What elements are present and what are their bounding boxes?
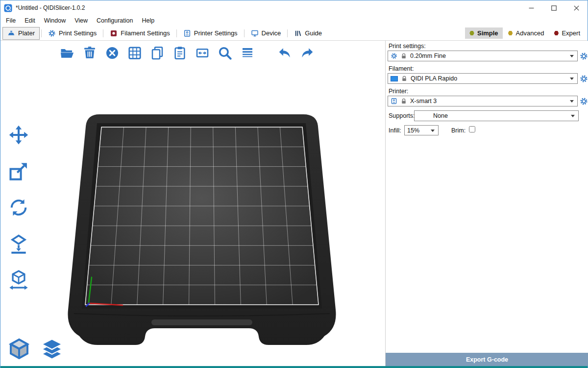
lock-icon xyxy=(401,75,408,82)
chevron-down-icon xyxy=(571,115,575,117)
maximize-icon[interactable] xyxy=(542,0,565,15)
chevron-down-icon xyxy=(570,100,574,103)
device-monitor-icon xyxy=(251,29,259,37)
filament-combo[interactable]: QIDI PLA Rapido xyxy=(388,73,578,84)
tab-plater[interactable]: Plater xyxy=(2,27,40,40)
search-icon xyxy=(218,46,232,60)
redo-button[interactable] xyxy=(297,43,317,63)
cube-3d-view-icon xyxy=(7,338,31,361)
measure-tool-button[interactable] xyxy=(6,268,31,292)
menu-help[interactable]: Help xyxy=(137,16,159,25)
tab-filament-settings[interactable]: Filament Settings xyxy=(105,27,174,40)
tab-separator xyxy=(41,29,42,37)
mode-simple[interactable]: Simple xyxy=(465,27,503,39)
export-gcode-button[interactable]: Export G-code xyxy=(386,353,588,366)
tab-print-settings[interactable]: Print Settings xyxy=(43,27,101,40)
viewport-3d[interactable] xyxy=(0,41,385,366)
menu-edit[interactable]: Edit xyxy=(20,16,40,25)
tab-guide[interactable]: Guide xyxy=(289,27,327,40)
printer-combo[interactable]: X-smart 3 xyxy=(388,96,578,106)
undo-button[interactable] xyxy=(275,43,294,63)
print-settings-gear-button[interactable] xyxy=(580,52,588,60)
redo-icon xyxy=(300,46,315,60)
view-3d-button[interactable] xyxy=(6,337,32,362)
split-icon xyxy=(195,46,210,60)
filament-gear-button[interactable] xyxy=(580,75,588,83)
infill-combo[interactable]: 15% xyxy=(404,125,439,135)
close-icon[interactable] xyxy=(565,0,588,15)
open-icon xyxy=(60,46,74,60)
preview-button[interactable] xyxy=(39,337,65,362)
scale-icon xyxy=(8,160,29,182)
tab-separator xyxy=(176,29,177,37)
app-logo-icon xyxy=(4,4,12,12)
print-settings-label: Print settings: xyxy=(389,43,426,50)
print-settings-gear-icon xyxy=(48,29,56,37)
delete-icon xyxy=(82,46,97,60)
chevron-down-icon xyxy=(431,130,435,132)
gear-icon xyxy=(580,97,588,105)
expert-mode-dot-icon xyxy=(554,31,559,36)
simple-mode-dot-icon xyxy=(469,31,474,36)
minimize-icon[interactable] xyxy=(520,0,542,15)
open-button[interactable] xyxy=(57,43,77,63)
copy-button[interactable] xyxy=(147,43,167,63)
print-settings-combo[interactable]: 0.20mm Fine xyxy=(388,51,578,61)
rotate-icon xyxy=(8,197,29,218)
search-button[interactable] xyxy=(215,43,235,63)
arrange-button[interactable] xyxy=(125,43,145,63)
supports-combo[interactable]: None xyxy=(414,110,579,121)
printer-icon xyxy=(183,29,191,37)
guide-icon xyxy=(294,29,302,37)
menu-window[interactable]: Window xyxy=(40,16,70,25)
tab-printer-settings[interactable]: Printer Settings xyxy=(178,27,243,40)
top-toolbar xyxy=(57,43,317,63)
chevron-down-icon xyxy=(570,55,574,57)
rotate-tool-button[interactable] xyxy=(6,196,31,219)
tab-separator xyxy=(287,29,288,37)
place-on-face-icon xyxy=(8,233,29,255)
delete-all-icon xyxy=(105,46,120,60)
filament-spool-icon xyxy=(110,29,118,37)
menu-configuration[interactable]: Configuration xyxy=(92,16,137,25)
gear-icon xyxy=(391,53,397,59)
scale-tool-button[interactable] xyxy=(6,159,31,183)
gear-icon xyxy=(580,75,588,83)
sidebar: Print settings: 0.20mm Fine Filament: QI… xyxy=(385,41,588,366)
filament-color-swatch xyxy=(391,76,398,81)
mode-advanced[interactable]: Advanced xyxy=(504,27,549,39)
variable-layer-height-button[interactable] xyxy=(238,43,257,63)
menu-view[interactable]: View xyxy=(70,16,92,25)
delete-button[interactable] xyxy=(80,43,99,63)
lock-icon xyxy=(400,53,407,59)
place-on-face-button[interactable] xyxy=(6,232,31,256)
tab-device[interactable]: Device xyxy=(246,27,286,40)
tabbar: Plater Print Settings Filament Settings … xyxy=(0,26,588,41)
printer-gear-button[interactable] xyxy=(580,97,588,105)
tab-separator xyxy=(103,29,103,37)
paste-button[interactable] xyxy=(170,43,190,63)
undo-icon xyxy=(277,46,292,60)
print-bed xyxy=(68,114,336,345)
printer-icon xyxy=(391,98,397,105)
mode-expert[interactable]: Expert xyxy=(549,27,585,39)
view-mode-buttons xyxy=(6,337,65,362)
infill-label: Infill: xyxy=(389,127,401,134)
paste-icon xyxy=(172,46,187,60)
menubar: File Edit Window View Configuration Help xyxy=(0,15,588,26)
measure-icon xyxy=(8,269,29,291)
brim-label: Brim: xyxy=(451,127,466,134)
move-tool-button[interactable] xyxy=(6,123,31,147)
menu-file[interactable]: File xyxy=(1,16,20,25)
split-button[interactable] xyxy=(193,43,212,63)
move-icon xyxy=(8,124,29,146)
brim-checkbox[interactable] xyxy=(469,126,475,132)
variable-layer-height-icon xyxy=(240,46,255,60)
window-title: *Untitled - QIDISlicer-1.0.2 xyxy=(16,4,85,11)
layers-preview-icon xyxy=(40,338,64,361)
print-bed-scene[interactable] xyxy=(0,41,385,366)
chevron-down-icon xyxy=(570,78,574,80)
lock-icon xyxy=(400,98,407,105)
delete-all-button[interactable] xyxy=(102,43,122,63)
status-strip xyxy=(0,366,588,368)
